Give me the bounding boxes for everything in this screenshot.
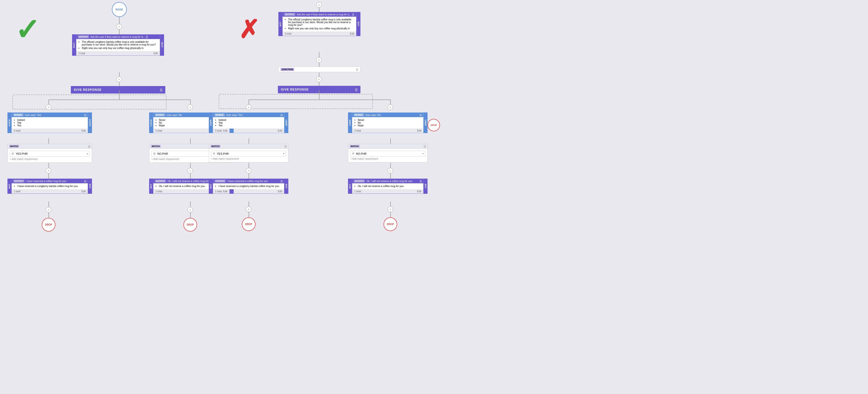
right-output-top-node: BOT OUTPUT Ask the user if they want to …	[278, 12, 361, 36]
plus-after-no-output[interactable]: +	[187, 207, 193, 213]
right-plus-2[interactable]: +	[316, 57, 322, 63]
right-plus-no[interactable]: +	[388, 105, 393, 110]
junction-bar: JUNCTION |||	[278, 67, 361, 72]
right-plus-yes[interactable]: +	[246, 105, 251, 110]
right-no-drop-node: DROP	[383, 217, 397, 231]
give-response-bar: GIVE RESPONSE |||	[71, 86, 165, 93]
right-yes-match-node: MATCH ||| ⚙ YES.PHR ▾ + Add match requir…	[209, 144, 288, 163]
checkmark-icon: ✓	[15, 12, 40, 47]
right-no-intent-node: USER INTENT User says 'No' ||| Never No …	[348, 112, 428, 133]
plus-add-btn-2[interactable]: +	[116, 77, 122, 82]
right-top-plus[interactable]: +	[316, 2, 322, 7]
right-yes-output-node: BOT OUTPUT I have reserved a coffee mug …	[209, 178, 288, 194]
right-plus-after-yes-out[interactable]: +	[246, 206, 251, 212]
right-yes-drop-node: DROP	[242, 217, 255, 231]
plus-add-btn[interactable]: +	[116, 24, 122, 29]
output-top-node: BOT OUTPUT Ask the user if they want to …	[72, 34, 164, 56]
yes-output-node: BOT OUTPUT I have reserved a coffee mug …	[7, 178, 92, 194]
plus-no-branch[interactable]: +	[187, 105, 193, 110]
yes-intent-node: USER INTENT User says 'Yes' ||| Indeed Y…	[7, 112, 92, 133]
yes-drop-node: DROP	[42, 218, 56, 231]
plus-no-match[interactable]: +	[187, 168, 193, 173]
right-plus-after-no-out[interactable]: +	[388, 206, 393, 212]
right-no-output-node: BOT OUTPUT Ok, I will not reserve a coff…	[348, 178, 428, 194]
right-plus-no-after-match[interactable]: +	[388, 168, 393, 173]
right-no-match-node: MATCH ||| ⚙ NO.PHR ▾ + Add match require…	[348, 144, 428, 163]
no-drop-node: DROP	[183, 218, 197, 231]
yes-match-node: MATCH ||| ⚙ YES.PHR ▾ + Add match requir…	[7, 144, 92, 163]
plus-after-yes-output[interactable]: +	[46, 207, 51, 213]
right-no-drop-badge: DROP	[428, 119, 440, 131]
right-yes-intent-node: USER INTENT User says 'Yes' ||| Indeed Y…	[209, 112, 288, 133]
right-plus-3[interactable]: +	[316, 77, 322, 82]
right-plus-yes-after-match[interactable]: +	[246, 168, 251, 173]
plus-yes-branch[interactable]: +	[46, 105, 51, 110]
x-icon: ✗	[239, 15, 259, 44]
plus-yes-match[interactable]: +	[46, 168, 51, 173]
raise-node: RAISE	[112, 2, 127, 17]
